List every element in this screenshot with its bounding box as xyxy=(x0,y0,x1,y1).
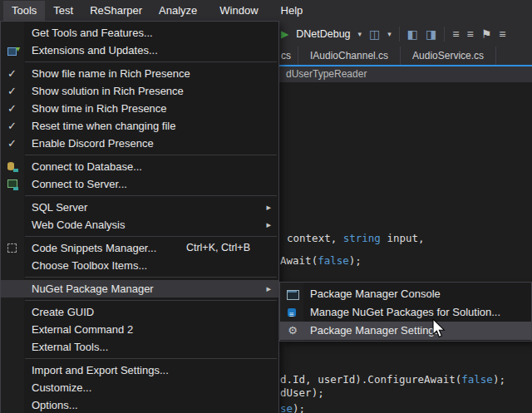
checkmark-icon: ✓ xyxy=(7,100,17,117)
menu-window[interactable]: Window xyxy=(211,1,266,21)
code-line: se); xyxy=(280,402,305,413)
type-dropdown[interactable]: dUserTypeReader xyxy=(286,68,367,80)
checkmark-icon: ✓ xyxy=(7,65,17,82)
checkmark-icon: ✓ xyxy=(7,117,17,135)
outdent-icon[interactable]: ≡ xyxy=(467,27,474,41)
menu-separator xyxy=(25,358,277,359)
menu-item-web-code-analysis[interactable]: Web Code Analysis ▸ xyxy=(1,216,278,234)
menu-item-code-snippets-manager[interactable]: Code Snippets Manager... Ctrl+K, Ctrl+B xyxy=(1,239,278,257)
menu-item-external-tools[interactable]: External Tools... xyxy=(1,338,278,356)
bookmark-icon[interactable]: ⚑ xyxy=(481,27,492,41)
attach-caret-icon[interactable]: ▾ xyxy=(387,30,392,38)
checkmark-icon: ✓ xyxy=(7,82,17,100)
tools-menu-dropdown: Get Tools and Features... Extensions and… xyxy=(0,21,279,413)
menu-item-sql-server[interactable]: SQL Server ▸ xyxy=(1,199,278,216)
menu-item-extensions-and-updates[interactable]: Extensions and Updates... xyxy=(1,42,278,59)
menu-separator xyxy=(25,236,277,237)
nuget-submenu: Package Manager Console Manage NuGet Pac… xyxy=(279,282,532,342)
menu-resharper[interactable]: ReSharper xyxy=(81,1,150,21)
menu-item-options[interactable]: Options... xyxy=(1,396,278,413)
submenu-item-package-manager-settings[interactable]: ⚙ Package Manager Settings xyxy=(280,322,531,340)
menu-item-customize[interactable]: Customize... xyxy=(1,379,278,396)
menu-bar: Tools Test ReSharper Analyze Window Help xyxy=(0,0,532,22)
menu-item-import-export-settings[interactable]: Import and Export Settings... xyxy=(1,361,278,379)
submenu-item-manage-nuget-packages[interactable]: Manage NuGet Packages for Solution... xyxy=(280,303,531,322)
pane-right-icon[interactable]: ◨ xyxy=(426,27,436,41)
menu-item-connect-to-database[interactable]: Connect to Database... xyxy=(1,158,278,175)
menu-item-show-file-name-rich-presence[interactable]: ✓ Show file name in Rich Presence xyxy=(1,65,278,82)
checkmark-icon: ✓ xyxy=(7,135,17,152)
submenu-arrow-icon: ▸ xyxy=(266,216,271,234)
toolbar-separator xyxy=(444,27,445,42)
menu-item-nuget-package-manager[interactable]: NuGet Package Manager ▸ xyxy=(1,280,278,297)
menu-separator xyxy=(25,277,277,278)
menu-shortcut: Ctrl+K, Ctrl+B xyxy=(186,239,250,257)
menu-item-choose-toolbox-items[interactable]: Choose Toolbox Items... xyxy=(1,257,278,274)
tab-audioservice[interactable]: AudioService.cs xyxy=(401,47,496,65)
code-line: dUser); xyxy=(280,386,324,399)
menu-separator xyxy=(25,300,277,301)
menu-tools[interactable]: Tools xyxy=(3,1,45,21)
indent-icon[interactable]: ≡ xyxy=(452,27,459,41)
menu-item-external-command-2[interactable]: External Command 2 xyxy=(1,321,278,338)
attach-process-icon[interactable]: ◫ xyxy=(369,27,380,41)
tab-iaudiochannel[interactable]: IAudioChannel.cs xyxy=(298,47,401,65)
run-config-label[interactable]: DNetDebug xyxy=(296,28,350,40)
snippets-icon xyxy=(6,241,19,254)
menu-item-show-time-rich-presence[interactable]: ✓ Show time in Rich Presence xyxy=(1,100,278,117)
menu-item-reset-time-changing-file[interactable]: ✓ Reset time when changing file xyxy=(1,117,278,135)
toolbar-separator xyxy=(399,27,400,42)
start-debug-play-icon[interactable]: ▶ xyxy=(281,28,288,40)
code-line: d.Id, userId).ConfigureAwait(false); xyxy=(280,373,505,386)
menu-help[interactable]: Help xyxy=(273,1,312,21)
console-icon xyxy=(286,288,299,301)
server-icon xyxy=(6,177,19,190)
extensions-icon xyxy=(6,43,19,57)
menu-item-get-tools-and-features[interactable]: Get Tools and Features... xyxy=(1,24,278,42)
mouse-cursor xyxy=(432,319,447,342)
menu-item-connect-to-server[interactable]: Connect to Server... xyxy=(1,175,278,193)
nuget-packages-icon xyxy=(286,306,299,319)
menu-separator xyxy=(25,61,277,62)
menu-analyze[interactable]: Analyze xyxy=(150,1,205,21)
database-icon xyxy=(6,160,19,173)
submenu-item-package-manager-console[interactable]: Package Manager Console xyxy=(280,285,531,303)
run-config-caret-icon[interactable]: ▾ xyxy=(358,30,362,38)
menu-separator xyxy=(25,195,277,196)
code-line: Await(false); xyxy=(280,254,362,267)
menu-item-create-guid[interactable]: Create GUID xyxy=(1,303,278,321)
pane-left-icon[interactable]: ◧ xyxy=(407,27,418,41)
task-list-icon[interactable]: ≡ xyxy=(499,27,505,41)
menu-item-enable-discord-presence[interactable]: ✓ Enable Discord Presence xyxy=(1,135,278,152)
menu-separator xyxy=(25,155,277,155)
code-line: context, string input, xyxy=(287,232,425,244)
menu-item-show-solution-rich-presence[interactable]: ✓ Show solution in Rich Presence xyxy=(1,82,278,100)
menu-test[interactable]: Test xyxy=(45,1,81,21)
gear-icon: ⚙ xyxy=(286,324,299,337)
submenu-arrow-icon: ▸ xyxy=(266,199,271,216)
submenu-arrow-icon: ▸ xyxy=(266,280,271,297)
